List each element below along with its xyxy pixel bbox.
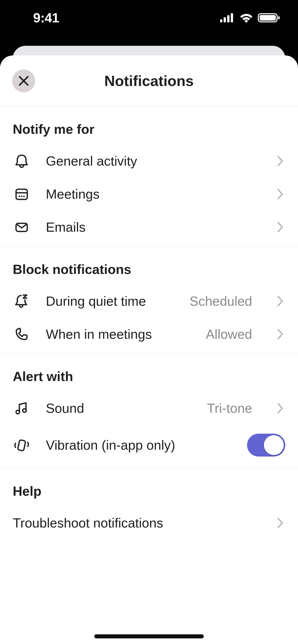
svg-rect-15	[18, 440, 26, 451]
svg-point-11	[23, 196, 25, 197]
svg-point-9	[19, 196, 20, 197]
row-emails[interactable]: Emails	[0, 211, 298, 244]
row-vibration: Vibration (in-app only)	[0, 425, 298, 465]
row-value: Scheduled	[189, 294, 252, 309]
row-label: Vibration (in-app only)	[46, 437, 175, 453]
bell-snooze-icon	[13, 294, 31, 309]
svg-rect-2	[227, 15, 229, 22]
svg-rect-3	[231, 13, 233, 22]
row-meetings[interactable]: Meetings	[0, 178, 298, 211]
section-header-block: Block notifications	[0, 246, 298, 285]
vibration-icon	[13, 438, 31, 452]
row-general-activity[interactable]: General activity	[0, 144, 298, 178]
status-icons	[220, 13, 280, 23]
page-title: Notifications	[104, 72, 194, 89]
section-header-notify: Notify me for	[0, 106, 298, 144]
phone-icon	[13, 327, 31, 342]
svg-rect-7	[16, 189, 27, 199]
calendar-icon	[13, 187, 31, 201]
row-label: General activity	[46, 153, 137, 169]
toggle-knob	[264, 435, 284, 455]
row-when-in-meetings[interactable]: When in meetings Allowed	[0, 318, 298, 351]
status-time: 9:41	[33, 10, 59, 25]
row-label: During quiet time	[46, 294, 146, 309]
wifi-icon	[239, 13, 253, 23]
row-value: Tri-tone	[207, 401, 252, 416]
status-bar: 9:41	[0, 0, 298, 36]
chevron-right-icon	[275, 188, 285, 200]
svg-rect-5	[260, 15, 276, 21]
music-note-icon	[13, 401, 31, 416]
mail-icon	[13, 220, 31, 235]
row-troubleshoot[interactable]: Troubleshoot notifications	[0, 506, 298, 539]
row-label: Meetings	[46, 186, 100, 202]
close-icon	[18, 75, 30, 87]
chevron-right-icon	[275, 403, 285, 414]
svg-rect-1	[224, 17, 226, 22]
svg-point-10	[21, 196, 22, 197]
section-help: Help Troubleshoot notifications	[0, 468, 298, 542]
section-block-notifications: Block notifications During quiet time Sc…	[0, 246, 298, 354]
row-label: When in meetings	[46, 327, 152, 342]
chevron-right-icon	[275, 222, 285, 233]
section-header-alert: Alert with	[0, 354, 298, 392]
svg-point-13	[16, 410, 20, 414]
row-sound[interactable]: Sound Tri-tone	[0, 392, 298, 425]
chevron-right-icon	[275, 517, 285, 529]
vibration-toggle[interactable]	[247, 434, 285, 457]
row-value: Allowed	[206, 327, 252, 342]
bell-icon	[13, 154, 31, 168]
row-label: Troubleshoot notifications	[13, 515, 163, 531]
section-alert-with: Alert with Sound Tri-tone	[0, 354, 298, 468]
notifications-sheet: Notifications Notify me for General acti…	[0, 55, 298, 644]
section-notify-me-for: Notify me for General activity	[0, 106, 298, 246]
row-quiet-time[interactable]: During quiet time Scheduled	[0, 285, 298, 318]
chevron-right-icon	[275, 155, 285, 167]
chevron-right-icon	[275, 329, 285, 340]
section-header-help: Help	[0, 468, 298, 506]
svg-rect-6	[278, 16, 280, 19]
row-label: Sound	[46, 401, 84, 416]
battery-icon	[258, 13, 280, 23]
sheet-header: Notifications	[0, 55, 298, 106]
row-label: Emails	[46, 219, 86, 235]
svg-rect-0	[220, 19, 222, 22]
close-button[interactable]	[12, 69, 35, 92]
home-indicator	[94, 634, 204, 638]
cellular-icon	[220, 13, 235, 22]
svg-point-14	[23, 409, 26, 412]
chevron-right-icon	[275, 296, 285, 307]
